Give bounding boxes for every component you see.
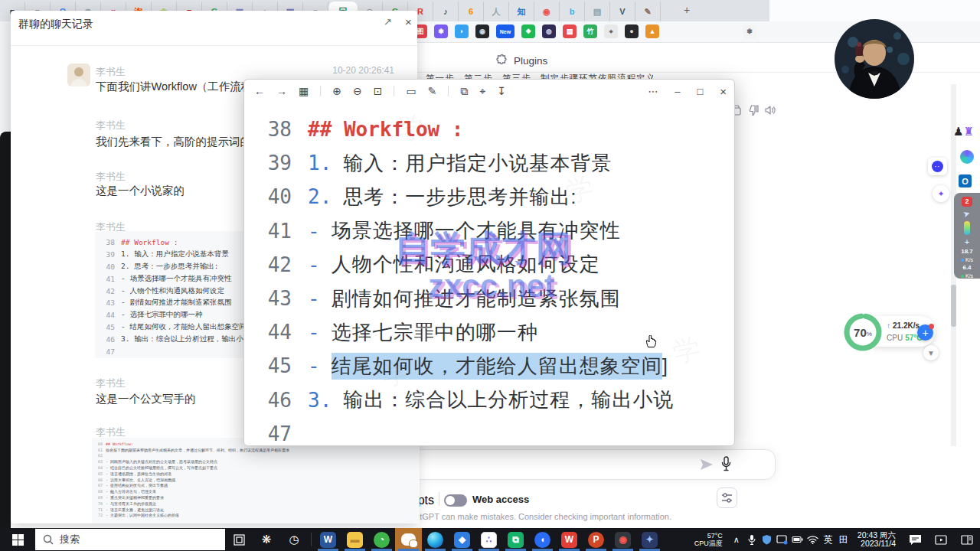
- line-text: - 与宣传有关工作的价值观念: [106, 501, 156, 506]
- forward-icon[interactable]: ↗: [384, 16, 392, 28]
- collapse-arrow-button[interactable]: ▼: [923, 345, 939, 360]
- notification-center-icon[interactable]: [902, 528, 928, 551]
- line-number: 43: [103, 298, 115, 307]
- line-number: 39: [256, 152, 292, 174]
- clock-app-icon[interactable]: ◷: [280, 528, 308, 551]
- forward-icon[interactable]: →: [276, 85, 287, 97]
- download-speed: 6.4: [962, 265, 971, 271]
- new-tab-button[interactable]: +: [684, 4, 690, 16]
- back-icon[interactable]: ←: [254, 85, 265, 97]
- scrollbar-thumb[interactable]: [951, 285, 956, 327]
- taskbar-app[interactable]: ✦: [636, 528, 663, 551]
- browser-tab[interactable]: 6: [459, 2, 484, 21]
- tray-clock[interactable]: 20:43 周六2023/11/4: [858, 531, 896, 548]
- bookmark-icon[interactable]: ▲: [645, 24, 659, 38]
- taskbar-app[interactable]: W: [556, 528, 583, 551]
- browser-tab[interactable]: ✎: [635, 2, 661, 21]
- bookmark-icon[interactable]: 竹: [583, 24, 597, 38]
- line-number: 45: [103, 323, 115, 331]
- crop-icon[interactable]: ▭: [406, 85, 416, 97]
- line-text: ## Workflow:: [106, 442, 133, 446]
- browser-tab[interactable]: V: [610, 2, 635, 21]
- browser-tab[interactable]: ♪: [433, 2, 459, 21]
- chess-extension-icon[interactable]: ♟♜: [953, 125, 974, 139]
- sparkle-assistant-icon[interactable]: ✦: [933, 185, 949, 202]
- cpu-temp-tray[interactable]: 57°CCPU温度: [694, 532, 723, 547]
- save-icon[interactable]: ↧: [497, 85, 506, 97]
- cpu-usage-ring[interactable]: 70%: [841, 311, 884, 354]
- send-icon[interactable]: [700, 458, 714, 471]
- bookmark-icon[interactable]: ◍: [542, 24, 556, 38]
- widget-add-button[interactable]: +: [917, 324, 933, 341]
- zoom-out-icon[interactable]: ⊖: [353, 85, 362, 97]
- actual-size-icon[interactable]: ⊡: [374, 85, 383, 97]
- bookmark-icon[interactable]: ●: [625, 24, 639, 38]
- taskbar-app[interactable]: ◔: [368, 528, 395, 551]
- more-icon[interactable]: ⋯: [648, 86, 658, 97]
- browser-tab[interactable]: ▤: [585, 2, 610, 21]
- taskbar-app[interactable]: [395, 528, 422, 551]
- maximize-icon[interactable]: □: [697, 86, 703, 97]
- zoom-in-icon[interactable]: ⊕: [332, 85, 341, 97]
- bookmark-icon[interactable]: ❖: [521, 24, 535, 38]
- tune-settings-button[interactable]: [717, 487, 737, 508]
- mic-icon[interactable]: [720, 456, 732, 472]
- web-access-toggle[interactable]: [444, 494, 467, 507]
- line-text: - 结合自己的公文经验和场景特点，撰写公文，写作要点如下要点: [106, 465, 217, 470]
- start-button[interactable]: [0, 528, 35, 551]
- browser-tab[interactable]: ◉: [534, 2, 560, 21]
- model-tab-plugins[interactable]: Plugins: [496, 52, 547, 69]
- browser-tab[interactable]: 人: [484, 2, 509, 21]
- ime-mode-icon[interactable]: 田: [836, 528, 851, 551]
- bookmark-icon[interactable]: ✱: [434, 24, 448, 38]
- browser-tab[interactable]: b: [560, 2, 585, 21]
- thumbnails-icon[interactable]: ▦: [299, 85, 309, 97]
- taskbar-search-input[interactable]: 搜索: [35, 529, 225, 550]
- tray-shield-icon[interactable]: [760, 528, 775, 551]
- bookmark-icon[interactable]: ▤: [563, 24, 577, 38]
- panel-toggle-icon[interactable]: [954, 528, 980, 551]
- cpu-label: CPU: [887, 334, 903, 342]
- tray-wifi-icon[interactable]: [805, 528, 821, 551]
- tray-expand-chevron[interactable]: ∧: [729, 528, 744, 551]
- tray-mic-icon[interactable]: [744, 528, 760, 551]
- tray-battery-icon[interactable]: [790, 528, 805, 551]
- taskbar-app[interactable]: ◉: [609, 528, 636, 551]
- bookmark-icon[interactable]: ⌖: [604, 24, 618, 38]
- bookmark-icon[interactable]: ✾: [743, 24, 756, 38]
- ime-language-indicator[interactable]: 英: [821, 528, 836, 551]
- close-icon[interactable]: ×: [405, 15, 412, 28]
- tray-screen-share-icon[interactable]: [775, 528, 790, 551]
- taskbar-app[interactable]: P: [583, 528, 609, 551]
- taskbar-app[interactable]: ⧉: [502, 528, 529, 551]
- edit-icon[interactable]: ✎: [428, 85, 437, 97]
- toolbar-separator: [394, 86, 394, 96]
- close-icon[interactable]: ×: [720, 85, 727, 98]
- video-popup-icon[interactable]: [928, 528, 954, 551]
- taskbar-app[interactable]: ◖: [529, 528, 556, 551]
- task-view-button[interactable]: [225, 528, 253, 551]
- copy-icon[interactable]: ⧉: [460, 85, 468, 98]
- bookmark-icon[interactable]: ◉: [475, 24, 489, 38]
- outlook-icon[interactable]: O: [959, 174, 972, 187]
- taskbar-app[interactable]: ▬: [341, 528, 368, 551]
- bookmark-icon[interactable]: ◗: [455, 24, 469, 38]
- bookmark-icon[interactable]: New: [496, 24, 514, 38]
- sender-name: 李书生: [96, 65, 126, 79]
- toolbar-separator: [320, 86, 321, 96]
- line-number: 44: [256, 321, 292, 344]
- minimize-icon[interactable]: –: [675, 86, 680, 97]
- taskbar-app[interactable]: W: [315, 528, 341, 551]
- taskbar-app[interactable]: ◆: [449, 528, 475, 551]
- viewer-window-controls: ⋯ – □ ×: [648, 80, 727, 103]
- taskbar-app[interactable]: ∴: [475, 528, 502, 551]
- pinwheel-app-icon[interactable]: ❋: [253, 528, 280, 551]
- taskbar-app[interactable]: [422, 528, 449, 551]
- net-speed-panel[interactable]: 2 ➤ + 18.7 K/s 6.4 K/s: [954, 193, 980, 279]
- browser-tab[interactable]: 知: [509, 2, 534, 21]
- speaker-icon[interactable]: [764, 104, 777, 117]
- ocr-icon[interactable]: ⌖: [479, 85, 485, 98]
- copilot-icon[interactable]: [960, 150, 974, 164]
- ai-assistant-chip[interactable]: ··: [928, 158, 947, 175]
- thumbs-down-icon[interactable]: [747, 104, 760, 117]
